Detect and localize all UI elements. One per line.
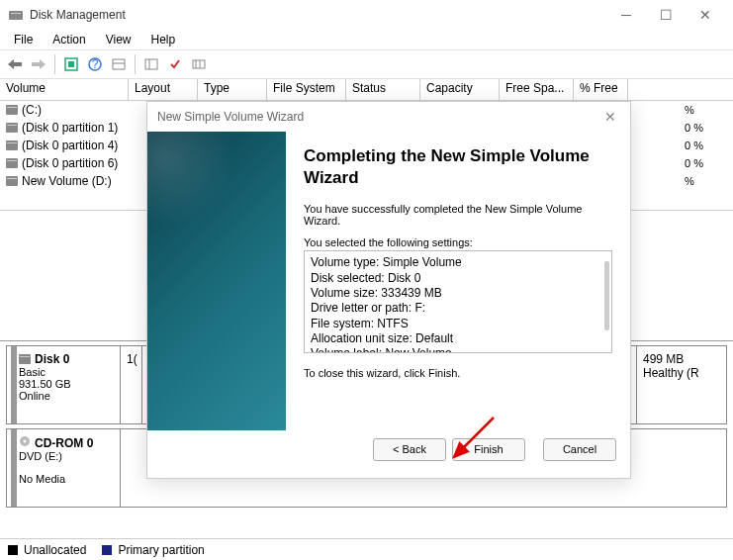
partition[interactable]: 1( [121, 346, 142, 423]
legend: Unallocated Primary partition [0, 538, 733, 560]
close-button[interactable]: ✕ [686, 1, 725, 29]
svg-rect-1 [11, 13, 21, 14]
svg-rect-0 [9, 11, 23, 20]
wizard-success-text: You have successfully completed the New … [304, 203, 612, 227]
col-volume[interactable]: Volume [0, 79, 129, 100]
wizard-button-row: < Back Finish Cancel [147, 430, 630, 478]
help-icon[interactable]: ? [84, 53, 106, 75]
menu-file[interactable]: File [4, 31, 43, 48]
wizard-close-hint: To close this wizard, click Finish. [304, 367, 612, 379]
toolbar-icon-1[interactable] [60, 53, 82, 75]
menu-view[interactable]: View [96, 31, 141, 48]
finish-button[interactable]: Finish [452, 438, 525, 461]
col-type[interactable]: Type [198, 79, 267, 100]
drive-icon [6, 105, 18, 115]
toolbar: ? [0, 49, 733, 79]
disk-icon [19, 354, 31, 364]
svg-rect-10 [145, 59, 157, 69]
col-layout[interactable]: Layout [129, 79, 198, 100]
scrollbar[interactable] [604, 261, 609, 330]
col-free[interactable]: Free Spa... [500, 79, 574, 100]
svg-rect-3 [32, 62, 40, 66]
drive-icon [6, 123, 18, 133]
maximize-button[interactable]: ☐ [646, 1, 686, 29]
menu-help[interactable]: Help [141, 31, 186, 48]
back-button[interactable]: < Back [373, 438, 446, 461]
minimize-button[interactable]: ─ [606, 1, 646, 29]
cd-icon [19, 435, 31, 450]
window-title: Disk Management [30, 8, 606, 22]
toolbar-icon-4[interactable] [140, 53, 162, 75]
col-status[interactable]: Status [346, 79, 420, 100]
wizard-dialog: New Simple Volume Wizard ✕ Completing th… [146, 101, 631, 479]
disk-label[interactable]: Disk 0 Basic 931.50 GB Online [7, 346, 121, 423]
col-fs[interactable]: File System [267, 79, 346, 100]
drive-icon [6, 176, 18, 186]
drive-icon [6, 140, 18, 150]
wizard-settings-box[interactable]: Volume type: Simple VolumeDisk selected:… [304, 250, 612, 353]
swatch-primary [102, 545, 112, 555]
disk-label[interactable]: CD-ROM 0 DVD (E:) No Media [7, 429, 121, 507]
menu-action[interactable]: Action [43, 31, 95, 48]
back-icon[interactable] [4, 53, 26, 75]
svg-point-16 [24, 440, 27, 443]
partition[interactable]: 499 MBHealthy (R [637, 346, 714, 423]
forward-icon[interactable] [28, 53, 49, 75]
wizard-close-button[interactable]: ✕ [600, 109, 620, 125]
cancel-button[interactable]: Cancel [543, 438, 616, 461]
toolbar-icon-3[interactable] [108, 53, 130, 75]
svg-rect-5 [68, 61, 74, 67]
swatch-unallocated [8, 545, 18, 555]
column-headers: Volume Layout Type File System Status Ca… [0, 79, 733, 101]
svg-rect-12 [193, 60, 205, 68]
drive-icon [6, 158, 18, 168]
col-pct[interactable]: % Free [574, 79, 628, 100]
col-capacity[interactable]: Capacity [420, 79, 500, 100]
menu-bar: File Action View Help [0, 30, 733, 49]
svg-text:?: ? [92, 57, 99, 71]
wizard-settings-label: You selected the following settings: [304, 236, 612, 248]
svg-rect-2 [14, 62, 22, 66]
title-bar: Disk Management ─ ☐ ✕ [0, 0, 733, 30]
app-icon [8, 7, 24, 23]
wizard-heading: Completing the New Simple Volume Wizard [304, 145, 612, 189]
wizard-sidebar-graphic [147, 132, 286, 430]
toolbar-icon-5[interactable] [164, 53, 186, 75]
wizard-title: New Simple Volume Wizard [157, 110, 304, 124]
svg-rect-8 [113, 59, 125, 69]
toolbar-icon-6[interactable] [188, 53, 210, 75]
